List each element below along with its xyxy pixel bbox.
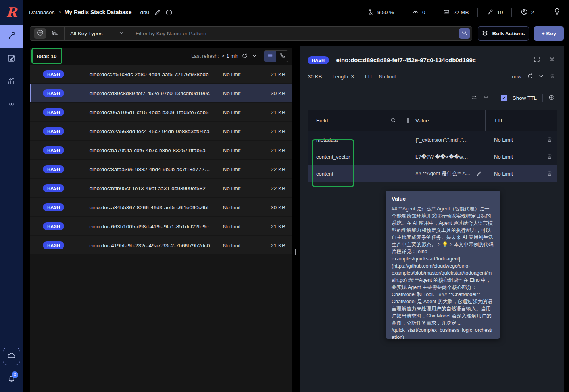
info-icon[interactable] — [165, 9, 172, 16]
bulk-actions-button[interactable]: Bulk Actions — [478, 26, 529, 41]
key-ttl: No limit — [210, 224, 254, 229]
show-ttl-checkbox[interactable] — [501, 95, 507, 101]
field-ttl: No Limit — [494, 154, 513, 160]
filter-mode-button[interactable] — [34, 28, 46, 39]
tree-view-button[interactable] — [276, 51, 288, 62]
cloud-button[interactable] — [3, 348, 20, 365]
last-refresh-value: < 1 min — [222, 54, 238, 59]
detail-refresh-options-button[interactable] — [538, 73, 544, 80]
detail-ttl-label: TTL: — [364, 74, 375, 80]
delete-field-icon[interactable] — [546, 170, 553, 178]
key-list-row[interactable]: HASH eino:doc:bffb05cf-1e13-49af-aa31-dc… — [30, 179, 292, 197]
key-list-row[interactable]: HASH eino:doc:663b1005-d98d-419c-9fa1-85… — [30, 217, 292, 235]
show-ttl-label: Show TTL — [513, 95, 537, 101]
stat-clients-value: 2 — [531, 10, 534, 15]
list-view-button[interactable] — [264, 51, 276, 62]
fullscreen-button[interactable] — [533, 56, 540, 64]
scan-icon — [51, 29, 58, 38]
scan-mode-button[interactable] — [48, 28, 60, 39]
key-name: eino:doc:bffb05cf-1e13-49af-aa31-dc93999… — [89, 185, 210, 191]
add-key-button[interactable]: + Key — [534, 26, 564, 41]
notifications-button[interactable]: 3 — [0, 371, 23, 388]
pubsub-icon — [7, 99, 16, 111]
field-value[interactable]: L?�?\? ��>��w�... — [415, 154, 470, 160]
total-keys-label: Total: 10 — [36, 54, 57, 59]
check-icon — [502, 94, 506, 101]
format-options-button[interactable] — [483, 94, 489, 102]
key-list-row[interactable]: HASH eino:doc:06a106d1-cf15-4eda-b309-1f… — [30, 103, 292, 121]
db-stats: 9.50 % 0 22 MB 10 — [358, 8, 561, 17]
key-list-row[interactable]: HASH eino:doc:d89c8d89-fef7-452e-97c0-13… — [30, 84, 292, 102]
key-size: 21 KB — [254, 109, 285, 115]
chevron-down-icon — [483, 94, 489, 102]
key-list-row[interactable]: HASH eino:doc:2f51c8dc-2d80-4eb4-aaf5-72… — [30, 65, 292, 83]
column-resize-handle[interactable] — [407, 118, 409, 123]
key-icon — [7, 31, 16, 42]
breadcrumb-separator: > — [58, 10, 61, 15]
key-type-badge: HASH — [308, 56, 329, 64]
cpu-icon — [367, 8, 374, 17]
detail-ttl-value[interactable]: No limit — [379, 74, 396, 80]
field-row[interactable]: metadata {"_extension":".md","_fi... No … — [308, 131, 557, 148]
key-size: 21 KB — [254, 71, 285, 77]
stat-cpu: 9.50 % — [358, 8, 403, 17]
key-list-row[interactable]: HASH eino:doc:8afaa396-9882-4bd4-9b0b-ac… — [30, 160, 292, 178]
topbar: Databases > My Redis Stack Database db0 … — [23, 0, 569, 25]
delete-field-icon[interactable] — [546, 153, 553, 161]
nav-analytics[interactable] — [0, 71, 23, 94]
key-type-dropdown[interactable]: All Key Types — [65, 27, 130, 40]
analytics-icon — [7, 76, 16, 88]
key-icon — [486, 8, 494, 17]
field-value[interactable]: ## **Agent 是什么** A... — [415, 170, 470, 177]
key-list-row[interactable]: HASH eino:doc:e2a563dd-fec4-45c2-94db-0e… — [30, 122, 292, 140]
stat-keys-value: 10 — [497, 10, 503, 15]
search-button[interactable] — [459, 28, 470, 39]
nav-browser[interactable] — [0, 25, 23, 48]
breadcrumb-databases-link[interactable]: Databases — [29, 10, 55, 15]
key-type-badge: HASH — [43, 222, 64, 230]
panel-resize-handle[interactable] — [295, 249, 298, 255]
add-field-button[interactable] — [548, 94, 555, 102]
detail-key-name: eino:doc:d89c8d89-fef7-452e-97c0-134cdb0… — [336, 57, 533, 63]
key-type-badge: HASH — [43, 127, 64, 135]
key-ttl: No limit — [210, 185, 254, 191]
edit-db-icon[interactable] — [154, 9, 161, 16]
key-size: 21 KB — [254, 243, 285, 249]
field-value[interactable]: {"_extension":".md","_fi... — [415, 137, 470, 143]
key-search-input[interactable] — [130, 31, 459, 36]
detail-refresh-button[interactable] — [527, 73, 533, 80]
browser-toolbar: All Key Types Bulk Actions + Key — [30, 26, 564, 41]
key-type-value: All Key Types — [70, 31, 103, 36]
delete-field-icon[interactable] — [546, 136, 553, 143]
key-type-badge: HASH — [43, 203, 64, 211]
nav-workbench[interactable] — [0, 48, 23, 71]
swap-arrows-icon — [471, 94, 477, 102]
insights-button[interactable] — [553, 8, 561, 17]
field-search-icon[interactable] — [390, 117, 396, 124]
nav-pubsub[interactable] — [0, 94, 23, 117]
key-list-row[interactable]: HASH eino:doc:ba70f0fa-cbf6-4b7c-b8be-83… — [30, 141, 292, 159]
format-switch-button[interactable] — [471, 94, 477, 102]
refresh-options-button[interactable] — [251, 53, 258, 60]
key-list-row[interactable]: HASH eino:doc:a84b5367-8266-46d3-aef5-c6… — [30, 198, 292, 216]
key-list-row[interactable]: HASH eino:doc:4195fa9b-232c-49a7-93c2-7b… — [30, 236, 292, 254]
field-name: content_vector — [316, 154, 350, 160]
field-row[interactable]: content ## **Agent 是什么** A... No Limit — [308, 165, 557, 182]
value-tooltip: Value ## **Agent 是什么** Agent（智能代理）是一个能够感… — [386, 191, 500, 339]
refresh-button[interactable] — [242, 53, 248, 60]
key-type-badge: HASH — [43, 184, 64, 192]
delete-key-button[interactable] — [549, 73, 556, 80]
refresh-icon — [527, 73, 533, 80]
edit-value-icon[interactable] — [476, 171, 482, 177]
trash-icon — [549, 73, 556, 80]
stat-memory: 22 MB — [434, 8, 477, 17]
field-row[interactable]: content_vector L?�?\? ��>��w�... No Limi… — [308, 148, 557, 165]
detail-size: 30 KB — [308, 74, 322, 80]
close-detail-button[interactable] — [548, 56, 556, 64]
workbench-icon — [7, 54, 16, 65]
key-type-badge: HASH — [43, 146, 64, 154]
key-name: eino:doc:2f51c8dc-2d80-4eb4-aaf5-72176f9… — [89, 71, 210, 77]
field-ttl: No Limit — [494, 171, 513, 177]
key-ttl: No limit — [210, 243, 254, 249]
last-refresh-label: Last refresh: — [191, 54, 219, 59]
